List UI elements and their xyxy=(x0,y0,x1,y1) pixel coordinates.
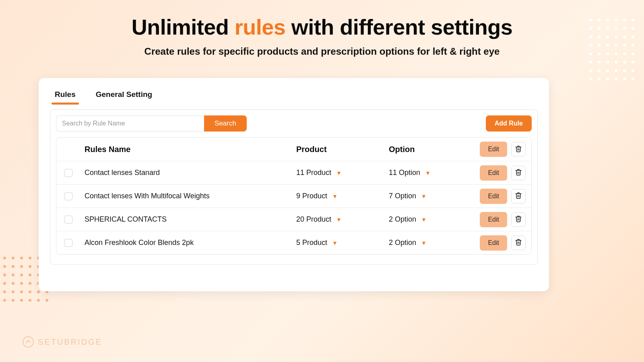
table-row: Alcon Freshlook Color Blends 2pk 5 Produ… xyxy=(56,231,531,254)
option-count: 11 Option xyxy=(389,169,420,177)
row-checkbox[interactable] xyxy=(64,216,72,224)
add-rule-button[interactable]: Add Rule xyxy=(486,115,532,132)
delete-button[interactable] xyxy=(511,212,526,227)
option-count: 7 Option xyxy=(389,192,416,200)
edit-button[interactable]: Edit xyxy=(480,142,507,157)
rules-table: Rules Name Product Option Edit Contact l… xyxy=(56,137,532,255)
headline-accent: rules xyxy=(235,15,286,39)
column-header-product: Product xyxy=(296,145,389,154)
column-header-name: Rules Name xyxy=(85,145,296,154)
rules-panel: Rules General Setting Search Add Rule Ru… xyxy=(39,78,549,291)
tab-bar: Rules General Setting xyxy=(50,85,538,104)
search-button[interactable]: Search xyxy=(204,115,247,132)
chevron-down-icon[interactable]: ▼ xyxy=(336,170,342,176)
decorative-dots-top-right xyxy=(589,19,634,80)
trash-icon xyxy=(515,169,522,177)
rule-name: Contact lenses With Multifocal Weights xyxy=(85,192,296,200)
trash-icon xyxy=(515,239,522,247)
brand-name: SETUBRIDGE xyxy=(38,337,102,347)
row-checkbox[interactable] xyxy=(64,239,72,247)
rule-name: SPHERICAL CONTACTS xyxy=(85,215,296,224)
trash-icon xyxy=(515,215,522,224)
edit-button[interactable]: Edit xyxy=(480,189,507,204)
chevron-down-icon[interactable]: ▼ xyxy=(425,170,431,176)
trash-icon xyxy=(515,145,522,154)
rule-name: Alcon Freshlook Color Blends 2pk xyxy=(85,239,296,247)
delete-button[interactable] xyxy=(511,166,526,180)
rule-name: Contact lenses Stanard xyxy=(85,169,296,177)
product-count: 5 Product xyxy=(296,239,327,247)
product-count: 11 Product xyxy=(296,169,331,177)
row-checkbox[interactable] xyxy=(64,169,72,177)
edit-button[interactable]: Edit xyxy=(480,212,507,227)
table-row: Contact lenses With Multifocal Weights 9… xyxy=(56,184,531,208)
chevron-down-icon[interactable]: ▼ xyxy=(332,240,338,246)
page-subtitle: Create rules for specific products and p… xyxy=(0,46,644,57)
option-count: 2 Option xyxy=(389,239,416,247)
table-row: Contact lenses Stanard 11 Product▼ 11 Op… xyxy=(56,161,531,184)
table-row: SPHERICAL CONTACTS 20 Product▼ 2 Option▼… xyxy=(56,208,531,231)
headline-pre: Unlimited xyxy=(132,15,235,39)
row-checkbox[interactable] xyxy=(64,192,72,200)
delete-button[interactable] xyxy=(511,236,526,250)
option-count: 2 Option xyxy=(389,215,416,224)
delete-button[interactable] xyxy=(511,142,526,156)
rules-container: Search Add Rule Rules Name Product Optio… xyxy=(50,109,538,265)
delete-button[interactable] xyxy=(511,189,526,204)
chevron-down-icon[interactable]: ▼ xyxy=(332,193,338,200)
chevron-down-icon[interactable]: ▼ xyxy=(336,216,342,223)
search-input[interactable] xyxy=(56,115,204,132)
product-count: 20 Product xyxy=(296,215,331,224)
brand-mark-icon xyxy=(23,336,34,348)
headline-post: with different settings xyxy=(285,15,512,39)
toolbar: Search Add Rule xyxy=(56,115,532,132)
edit-button[interactable]: Edit xyxy=(480,165,507,181)
chevron-down-icon[interactable]: ▼ xyxy=(421,193,427,200)
product-count: 9 Product xyxy=(296,192,327,200)
edit-button[interactable]: Edit xyxy=(480,235,507,251)
tab-rules[interactable]: Rules xyxy=(55,87,76,104)
brand-logo: SETUBRIDGE xyxy=(23,336,102,348)
page-title: Unlimited rules with different settings xyxy=(0,14,644,39)
table-header-row: Rules Name Product Option Edit xyxy=(56,138,531,161)
chevron-down-icon[interactable]: ▼ xyxy=(421,240,427,246)
tab-general[interactable]: General Setting xyxy=(96,87,152,104)
chevron-down-icon[interactable]: ▼ xyxy=(421,216,427,223)
column-header-option: Option xyxy=(389,145,469,154)
trash-icon xyxy=(515,192,522,200)
